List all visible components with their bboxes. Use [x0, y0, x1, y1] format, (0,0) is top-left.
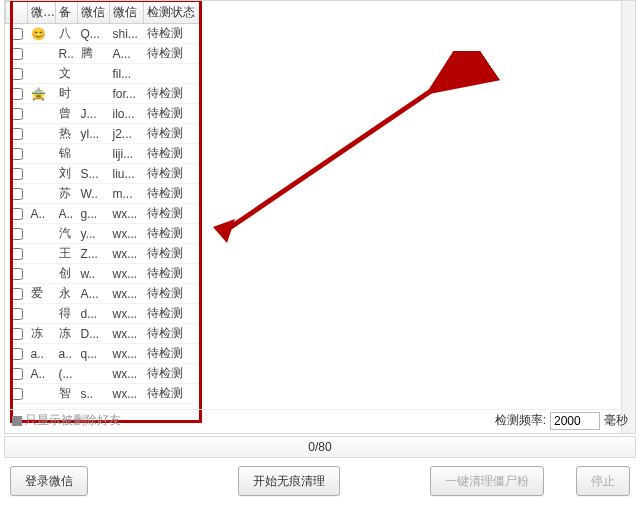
row-checkbox-cell [6, 364, 28, 384]
table-row[interactable]: 😊八Q...shi...待检测 [6, 24, 200, 44]
row-checkbox[interactable] [11, 168, 23, 180]
cell-c6: 待检测 [144, 284, 200, 304]
cell-c3: 八 [56, 24, 78, 44]
row-checkbox-cell [6, 124, 28, 144]
cell-c5: fil... [110, 64, 144, 84]
row-checkbox[interactable] [11, 148, 23, 160]
table-row[interactable]: a..a..q...wx...待检测 [6, 344, 200, 364]
column-header[interactable] [6, 2, 28, 24]
row-checkbox[interactable] [11, 328, 23, 340]
row-checkbox[interactable] [11, 268, 23, 280]
cell-c5: wx... [110, 244, 144, 264]
row-checkbox[interactable] [11, 368, 23, 380]
cell-c6: 待检测 [144, 24, 200, 44]
table-row[interactable]: 冻冻D...wx...待检测 [6, 324, 200, 344]
table-row[interactable]: 苏W..m...待检测 [6, 184, 200, 204]
progress-counter: 0/80 [4, 436, 636, 458]
row-checkbox[interactable] [11, 248, 23, 260]
column-header[interactable]: 微信 [110, 2, 144, 24]
row-checkbox-cell [6, 64, 28, 84]
table-row[interactable]: 热yl...j2...待检测 [6, 124, 200, 144]
cell-c6: 待检测 [144, 124, 200, 144]
table-row[interactable]: R..腾A...待检测 [6, 44, 200, 64]
cell-c2 [28, 224, 56, 244]
row-checkbox[interactable] [11, 288, 23, 300]
table-row[interactable]: 文fil... [6, 64, 200, 84]
cell-c2 [28, 144, 56, 164]
cell-c5: A... [110, 44, 144, 64]
row-checkbox-cell [6, 84, 28, 104]
row-checkbox[interactable] [11, 208, 23, 220]
table-row[interactable]: 曾J...ilo...待检测 [6, 104, 200, 124]
cell-c6: 待检测 [144, 364, 200, 384]
table-row[interactable]: 王Z...wx...待检测 [6, 244, 200, 264]
contact-table-wrap: 微信备微信微信检测状态 😊八Q...shi...待检测R..腾A...待检测文f… [5, 1, 201, 415]
show-deleted-label: 只显示被删除好友 [25, 412, 121, 429]
cell-c2 [28, 64, 56, 84]
cell-c6: 待检测 [144, 224, 200, 244]
row-checkbox[interactable] [11, 48, 23, 60]
table-body: 😊八Q...shi...待检测R..腾A...待检测文fil...🚖时for..… [6, 24, 200, 404]
cell-c5: m... [110, 184, 144, 204]
row-checkbox[interactable] [11, 128, 23, 140]
column-header[interactable]: 备 [56, 2, 78, 24]
cell-c2 [28, 304, 56, 324]
cell-c2 [28, 104, 56, 124]
table-row[interactable]: A..A..g...wx...待检测 [6, 204, 200, 224]
column-header[interactable]: 微信 [78, 2, 110, 24]
cell-c3: 时 [56, 84, 78, 104]
table-row[interactable]: 汽y...wx...待检测 [6, 224, 200, 244]
cell-c6: 待检测 [144, 244, 200, 264]
cell-c3: 锦 [56, 144, 78, 164]
row-checkbox-cell [6, 104, 28, 124]
table-row[interactable]: 智s..wx...待检测 [6, 384, 200, 404]
cell-c3: a.. [56, 344, 78, 364]
row-checkbox[interactable] [11, 228, 23, 240]
start-clean-button[interactable]: 开始无痕清理 [238, 466, 340, 496]
cell-c4: J... [78, 104, 110, 124]
table-row[interactable]: 🚖时for...待检测 [6, 84, 200, 104]
table-row[interactable]: 得d...wx...待检测 [6, 304, 200, 324]
frequency-label: 检测频率: [495, 412, 546, 429]
table-row[interactable]: A..(...wx...待检测 [6, 364, 200, 384]
scrollbar-track[interactable] [621, 1, 635, 433]
cell-c3: A.. [56, 204, 78, 224]
row-checkbox[interactable] [11, 28, 23, 40]
row-checkbox[interactable] [11, 88, 23, 100]
cell-c4: q... [78, 344, 110, 364]
cell-c2: A.. [28, 204, 56, 224]
row-checkbox-cell [6, 324, 28, 344]
show-deleted-only[interactable]: 只显示被删除好友 [12, 412, 121, 429]
cell-c2 [28, 164, 56, 184]
column-header[interactable]: 检测状态 [144, 2, 200, 24]
table-row[interactable]: 爱永A...wx...待检测 [6, 284, 200, 304]
cell-c5: wx... [110, 364, 144, 384]
cell-c6: 待检测 [144, 184, 200, 204]
row-checkbox-cell [6, 44, 28, 64]
cell-c3: 曾 [56, 104, 78, 124]
row-checkbox-cell [6, 204, 28, 224]
row-checkbox[interactable] [11, 348, 23, 360]
cell-c6: 待检测 [144, 44, 200, 64]
cell-c5: wx... [110, 264, 144, 284]
cell-c6 [144, 64, 200, 84]
annotation-arrow [205, 51, 505, 271]
column-header[interactable]: 微信 [28, 2, 56, 24]
table-row[interactable]: 创w..wx...待检测 [6, 264, 200, 284]
login-wechat-button[interactable]: 登录微信 [10, 466, 88, 496]
row-checkbox-cell [6, 24, 28, 44]
row-checkbox[interactable] [11, 68, 23, 80]
frequency-input[interactable] [550, 412, 600, 430]
cell-c3: 热 [56, 124, 78, 144]
cell-c3: 永 [56, 284, 78, 304]
row-checkbox[interactable] [11, 108, 23, 120]
table-row[interactable]: 锦liji...待检测 [6, 144, 200, 164]
button-row: 登录微信 开始无痕清理 一键清理僵尸粉 停止 [0, 466, 640, 502]
row-checkbox[interactable] [11, 388, 23, 400]
row-checkbox[interactable] [11, 188, 23, 200]
cell-c4: Q... [78, 24, 110, 44]
cell-c6: 待检测 [144, 384, 200, 404]
cell-c6: 待检测 [144, 204, 200, 224]
row-checkbox[interactable] [11, 308, 23, 320]
table-row[interactable]: 刘S...liu...待检测 [6, 164, 200, 184]
